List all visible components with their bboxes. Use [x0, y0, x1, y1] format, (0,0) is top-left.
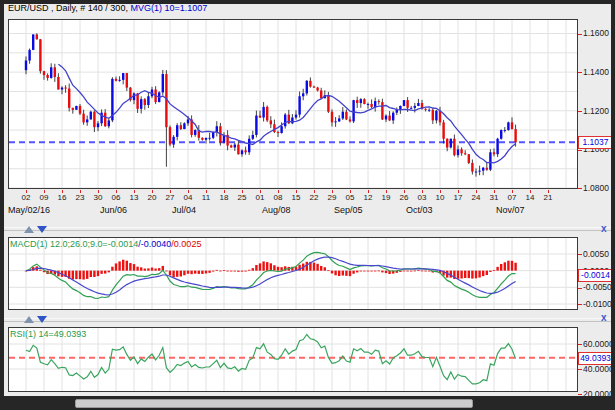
- macd-histogram-value-label: /0.0025: [171, 239, 201, 249]
- x-axis-day-label: 12: [358, 193, 378, 202]
- rsi-chart[interactable]: [8, 327, 578, 392]
- x-axis-tick-mark: [512, 190, 513, 193]
- panel-divider[interactable]: [4, 227, 611, 231]
- collapse-panel-up-icon[interactable]: [24, 316, 34, 323]
- x-axis-day-label: 05: [340, 193, 360, 202]
- axis-tick-mark: [578, 304, 582, 305]
- x-axis-tick-mark: [476, 190, 477, 193]
- price-axis-label: 1.1600: [578, 28, 614, 38]
- x-axis-month-label: Nov/07: [496, 205, 525, 215]
- axis-tick-mark: [578, 344, 582, 345]
- x-axis-day-label: 03: [412, 193, 432, 202]
- axis-tick-mark: [578, 288, 582, 289]
- macd-signal-value-label: /-0.0040: [138, 239, 171, 249]
- x-axis-tick-mark: [494, 190, 495, 193]
- rsi-indicator-panel[interactable]: [8, 327, 578, 392]
- rsi-header: RSI(1) 14=49.0393: [10, 329, 86, 339]
- x-axis-month-label: Jul/04: [172, 205, 196, 215]
- x-axis-day-label: 23: [70, 193, 90, 202]
- rsi-axis-label: 60.0000: [578, 339, 614, 349]
- window-frame-right: [611, 0, 615, 410]
- x-axis-day-label: 27: [160, 193, 180, 202]
- x-axis-tick-mark: [368, 190, 369, 193]
- x-axis-day-label: 08: [268, 193, 288, 202]
- x-axis-tick-mark: [26, 190, 27, 193]
- x-axis-day-label: 21: [538, 193, 558, 202]
- close-macd-panel-button[interactable]: x: [601, 224, 607, 234]
- x-axis-tick-mark: [134, 190, 135, 193]
- x-axis-day-label: 29: [322, 193, 342, 202]
- x-axis-tick-mark: [548, 190, 549, 193]
- axis-tick-mark: [578, 150, 582, 151]
- axis-tick-mark: [578, 111, 582, 112]
- x-axis-tick-mark: [206, 190, 207, 193]
- price-chart-panel[interactable]: [8, 19, 578, 189]
- x-axis-tick-mark: [116, 190, 117, 193]
- symbol-timeframe-label: EUR/USD , Daily, # 140 / 300,: [8, 3, 128, 13]
- x-axis-day-label: 20: [142, 193, 162, 202]
- x-axis-tick-mark: [386, 190, 387, 193]
- x-axis-day-label: 19: [376, 193, 396, 202]
- x-axis-day-label: 06: [106, 193, 126, 202]
- x-axis-tick-mark: [314, 190, 315, 193]
- x-axis-tick-mark: [422, 190, 423, 193]
- x-axis-tick-mark: [152, 190, 153, 193]
- x-axis-month-label: Oct/03: [406, 205, 433, 215]
- x-axis-day-label: 31: [484, 193, 504, 202]
- collapse-panel-up-icon[interactable]: [24, 226, 34, 233]
- x-axis-month-label: May/02/16: [8, 205, 50, 215]
- x-axis-tick-mark: [332, 190, 333, 193]
- macd-axis-label: -0.0100: [578, 299, 614, 309]
- axis-tick-mark: [578, 72, 582, 73]
- x-axis-day-label: 17: [448, 193, 468, 202]
- window-frame-top: [0, 0, 615, 4]
- macd-header: MACD(1) 12.0;26.0;9.0=-0.0014/-0.0040/0.…: [10, 239, 201, 249]
- x-axis-month-label: Sep/05: [334, 205, 363, 215]
- x-axis-tick-mark: [350, 190, 351, 193]
- macd-main-value-label: MACD(1) 12.0;26.0;9.0=-0.0014: [10, 239, 138, 249]
- x-axis-day-label: 26: [394, 193, 414, 202]
- x-axis-tick-mark: [278, 190, 279, 193]
- horizontal-scrollbar-thumb[interactable]: [75, 399, 473, 408]
- x-axis-tick-mark: [242, 190, 243, 193]
- macd-axis-label: 0.0050: [578, 249, 614, 259]
- x-axis-month-label: Aug/08: [262, 205, 291, 215]
- x-axis-day-label: 07: [502, 193, 522, 202]
- axis-tick-mark: [578, 34, 582, 35]
- moving-average-label: MVG(1) 10=1.1007: [130, 3, 207, 13]
- current-rsi-box: 49.0393: [578, 352, 613, 365]
- rsi-axis-label: 40.0000: [578, 364, 614, 374]
- x-axis-tick-mark: [530, 190, 531, 193]
- x-axis-tick-mark: [296, 190, 297, 193]
- x-axis-day-label: 14: [520, 193, 540, 202]
- axis-tick-mark: [578, 188, 582, 189]
- current-price-box: 1.1037: [578, 136, 613, 149]
- x-axis-tick-mark: [80, 190, 81, 193]
- x-axis-day-label: 02: [16, 193, 36, 202]
- x-axis-day-label: 16: [52, 193, 72, 202]
- x-axis-day-label: 04: [178, 193, 198, 202]
- price-axis-label: 1.1200: [578, 106, 614, 116]
- x-axis-day-label: 22: [304, 193, 324, 202]
- expand-panel-down-icon[interactable]: [37, 316, 47, 323]
- x-axis-day-label: 11: [196, 193, 216, 202]
- axis-tick-mark: [578, 369, 582, 370]
- price-axis-label: 1.0800: [578, 183, 614, 193]
- chart-title-bar: EUR/USD , Daily, # 140 / 300, MVG(1) 10=…: [8, 3, 207, 17]
- close-rsi-panel-button[interactable]: x: [601, 313, 607, 323]
- x-axis-day-label: 25: [232, 193, 252, 202]
- x-axis-tick-mark: [224, 190, 225, 193]
- x-axis-day-label: 24: [466, 193, 486, 202]
- x-axis-day-label: 01: [250, 193, 270, 202]
- panel-divider[interactable]: [4, 318, 611, 322]
- x-axis-day-label: 10: [430, 193, 450, 202]
- x-axis-tick-mark: [170, 190, 171, 193]
- axis-tick-mark: [578, 254, 582, 255]
- macd-axis-label: -0.0050: [578, 282, 614, 292]
- candlestick-chart[interactable]: [8, 19, 578, 189]
- x-axis-tick-mark: [188, 190, 189, 193]
- current-macd-box: -0.0014: [578, 269, 613, 282]
- expand-panel-down-icon[interactable]: [37, 226, 47, 233]
- x-axis-day-label: 18: [214, 193, 234, 202]
- x-axis-tick-mark: [440, 190, 441, 193]
